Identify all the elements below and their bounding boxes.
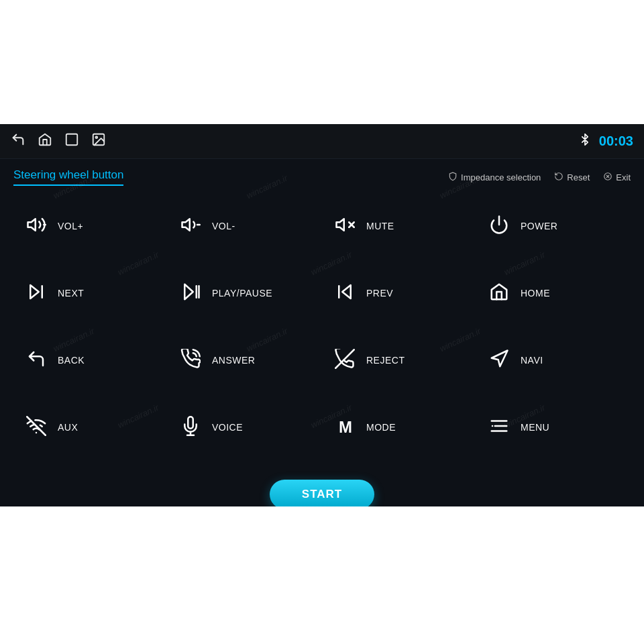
exit-label: Exit bbox=[616, 172, 631, 182]
bluetooth-icon bbox=[579, 133, 591, 149]
home-label: HOME bbox=[521, 288, 550, 299]
svg-point-2 bbox=[95, 136, 97, 138]
main-panel: wincairan.irwincairan.irwincairan.irwinc… bbox=[0, 124, 644, 506]
svg-marker-20 bbox=[342, 285, 351, 299]
back-icon[interactable] bbox=[11, 132, 25, 150]
reset-action[interactable]: Reset bbox=[554, 172, 590, 183]
prev-button[interactable]: PREV bbox=[322, 260, 476, 327]
play-pause-icon bbox=[178, 282, 203, 305]
menu-button[interactable]: MENU bbox=[476, 394, 631, 461]
svg-rect-0 bbox=[66, 134, 78, 146]
time-display: 00:03 bbox=[599, 133, 633, 149]
navi-button[interactable]: NAVI bbox=[476, 327, 631, 394]
vol-plus-label: VOL+ bbox=[58, 221, 83, 231]
play-pause-label: PLAY/PAUSE bbox=[212, 288, 272, 299]
title-row: Steering wheel button Impedance selectio… bbox=[0, 159, 644, 186]
aux-label: AUX bbox=[58, 422, 78, 433]
mute-icon bbox=[333, 215, 357, 237]
home-button[interactable]: HOME bbox=[476, 260, 631, 327]
navi-label: NAVI bbox=[521, 355, 543, 366]
svg-marker-9 bbox=[182, 219, 190, 231]
svg-marker-23 bbox=[492, 351, 508, 367]
svg-point-31 bbox=[492, 425, 494, 427]
svg-marker-11 bbox=[337, 219, 344, 231]
mode-label: MODE bbox=[366, 422, 396, 433]
impedance-label: Impedance selection bbox=[461, 172, 541, 182]
impedance-selection-action[interactable]: Impedance selection bbox=[448, 172, 541, 183]
window-icon[interactable] bbox=[64, 132, 79, 150]
play-pause-button[interactable]: PLAY/PAUSE bbox=[168, 260, 322, 327]
menu-label: MENU bbox=[521, 422, 549, 433]
nav-left-icons bbox=[11, 132, 106, 150]
next-button[interactable]: NEXT bbox=[13, 260, 168, 327]
aux-button[interactable]: AUX bbox=[13, 394, 168, 461]
mode-icon: M bbox=[333, 419, 357, 435]
vol-minus-label: VOL- bbox=[212, 221, 235, 231]
power-label: POWER bbox=[521, 221, 557, 231]
prev-label: PREV bbox=[366, 288, 393, 299]
home-nav-icon[interactable] bbox=[38, 132, 52, 150]
power-button[interactable]: POWER bbox=[476, 193, 631, 260]
reject-label: REJECT bbox=[366, 355, 405, 366]
svg-marker-17 bbox=[184, 284, 193, 300]
navi-icon bbox=[487, 349, 511, 372]
next-label: NEXT bbox=[58, 288, 84, 299]
vol-plus-icon bbox=[24, 215, 48, 237]
aux-icon bbox=[24, 416, 48, 439]
impedance-icon bbox=[448, 172, 458, 183]
exit-action[interactable]: Exit bbox=[603, 172, 631, 183]
vol-minus-icon bbox=[178, 215, 203, 237]
power-icon bbox=[487, 215, 511, 237]
menu-icon bbox=[487, 416, 511, 439]
mute-button[interactable]: MUTE bbox=[322, 193, 476, 260]
title-actions: Impedance selection Reset bbox=[448, 172, 631, 183]
vol-minus-button[interactable]: VOL- bbox=[168, 193, 322, 260]
reject-icon bbox=[333, 349, 357, 372]
mode-button[interactable]: M MODE bbox=[322, 394, 476, 461]
reject-button[interactable]: REJECT bbox=[322, 327, 476, 394]
voice-icon bbox=[178, 416, 203, 439]
nav-bar: 00:03 bbox=[0, 124, 644, 159]
page-title: Steering wheel button bbox=[13, 168, 123, 186]
back-label: BACK bbox=[58, 355, 85, 366]
answer-label: ANSWER bbox=[212, 355, 255, 366]
reset-label: Reset bbox=[567, 172, 590, 182]
top-whitespace bbox=[0, 0, 644, 124]
voice-label: VOICE bbox=[212, 422, 243, 433]
back-button[interactable]: BACK bbox=[13, 327, 168, 394]
start-button[interactable]: START bbox=[270, 480, 374, 506]
answer-icon bbox=[178, 349, 203, 372]
voice-button[interactable]: VOICE bbox=[168, 394, 322, 461]
nav-right: 00:03 bbox=[579, 133, 633, 149]
reset-icon bbox=[554, 172, 564, 183]
next-icon bbox=[24, 282, 48, 305]
back-btn-icon bbox=[24, 349, 48, 372]
exit-icon bbox=[603, 172, 612, 183]
svg-marker-6 bbox=[28, 219, 36, 231]
answer-button[interactable]: ANSWER bbox=[168, 327, 322, 394]
start-btn-container: START bbox=[0, 474, 644, 506]
home-btn-icon bbox=[487, 282, 511, 305]
svg-marker-15 bbox=[30, 285, 39, 299]
bottom-whitespace bbox=[0, 506, 644, 644]
image-icon[interactable] bbox=[91, 132, 106, 150]
button-grid: VOL+ VOL- MUTE POWER bbox=[0, 186, 644, 474]
mute-label: MUTE bbox=[366, 221, 394, 231]
prev-icon bbox=[333, 282, 357, 305]
vol-plus-button[interactable]: VOL+ bbox=[13, 193, 168, 260]
